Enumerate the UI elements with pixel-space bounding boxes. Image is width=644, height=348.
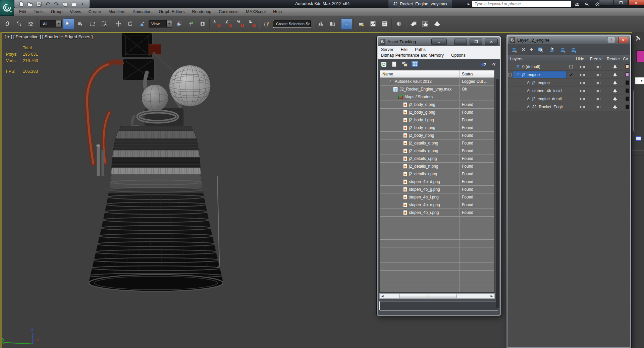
- at-menu-paths[interactable]: Paths: [415, 47, 426, 52]
- search-icon[interactable]: [573, 1, 581, 7]
- freeze-toggle[interactable]: [596, 74, 601, 76]
- table-row[interactable]: j2_details_g.pngFound: [380, 147, 494, 155]
- menu-tools[interactable]: Tools: [30, 8, 47, 15]
- unlink-selection-icon[interactable]: [13, 18, 24, 30]
- keyboard-shortcut-override-icon[interactable]: [197, 18, 208, 30]
- command-panel-dropdown[interactable]: ▼: [635, 77, 644, 84]
- hide-toggle[interactable]: [580, 82, 586, 84]
- new-layer-icon[interactable]: [511, 47, 517, 53]
- panel-small-icon[interactable]: [636, 136, 641, 141]
- scroll-left-icon[interactable]: ◀: [380, 294, 385, 298]
- select-by-name-icon[interactable]: [75, 18, 86, 30]
- dropdown-arrow-icon[interactable]: ▼: [166, 20, 172, 27]
- hide-toggle[interactable]: [580, 66, 586, 68]
- table-row[interactable]: stupen_4b_n.pngFound: [380, 201, 494, 209]
- project-folder-icon[interactable]: [61, 1, 69, 7]
- table-row[interactable]: j2_details_n.pngFound: [380, 163, 494, 170]
- set-current-layer-icon[interactable]: [549, 47, 555, 53]
- layer-table-header[interactable]: Layers Hide Freeze Render Co: [507, 55, 630, 63]
- object-color-swatch[interactable]: [636, 50, 644, 62]
- minimize-button[interactable]: –: [599, 0, 613, 6]
- column-layers[interactable]: Layers: [507, 57, 567, 61]
- vertical-scrollbar-track[interactable]: [496, 79, 499, 308]
- at-minimize-button[interactable]: –: [454, 39, 467, 45]
- new-file-icon[interactable]: [18, 1, 25, 7]
- table-row[interactable]: j2_body_d.pngFound: [380, 101, 494, 109]
- object-color-swatch[interactable]: [626, 89, 629, 93]
- at-menu-bitmap-performance[interactable]: Bitmap Performance and Memory: [381, 53, 444, 58]
- column-hide[interactable]: Hide: [576, 57, 590, 61]
- graphite-toolbox-icon[interactable]: [356, 18, 367, 30]
- renderable-teapot-icon[interactable]: [612, 97, 618, 101]
- column-freeze[interactable]: Freeze: [590, 57, 607, 61]
- select-and-rotate-icon[interactable]: [124, 18, 136, 30]
- select-object-button[interactable]: [63, 18, 74, 30]
- mirror-icon[interactable]: [315, 18, 326, 30]
- help-question-icon[interactable]: ?: [490, 61, 497, 67]
- object-color-swatch[interactable]: [626, 80, 629, 85]
- object-row[interactable]: j2_engine_detail: [507, 95, 630, 103]
- table-row[interactable]: j2_details_d.pngFound: [380, 139, 494, 147]
- table-row[interactable]: j2_body_g.pngFound: [380, 109, 494, 116]
- object-color-swatch[interactable]: [626, 97, 629, 101]
- hide-toggle[interactable]: [580, 90, 586, 92]
- table-row[interactable]: stupen_4b_d.pngFound: [380, 178, 494, 186]
- select-and-manipulate-icon[interactable]: [185, 18, 196, 30]
- delete-layer-icon[interactable]: ×: [522, 46, 525, 53]
- title-bar[interactable]: Autodesk 3ds Max 2012 x64 J2_Rocket_Engi…: [0, 0, 644, 8]
- dropdown-arrow-icon[interactable]: ▼: [310, 20, 311, 27]
- menu-rendering[interactable]: Rendering: [189, 8, 215, 15]
- utilities-hammer-icon[interactable]: [634, 34, 642, 43]
- table-row[interactable]: J2_Rocket_Engine_vray.max Ok: [380, 85, 494, 93]
- renderable-teapot-icon[interactable]: [612, 65, 618, 69]
- at-menu-server[interactable]: Server: [381, 47, 393, 52]
- percent-snap-toggle-icon[interactable]: %: [235, 18, 246, 30]
- current-layer-indicator[interactable]: [570, 65, 573, 68]
- select-objects-in-layer-icon[interactable]: [538, 47, 544, 53]
- rectangular-selection-region-icon[interactable]: [87, 18, 98, 30]
- layer-color-swatch[interactable]: [626, 72, 629, 77]
- refresh-icon[interactable]: [380, 61, 387, 67]
- table-row[interactable]: j2_details_i.pngFound: [380, 155, 494, 163]
- hide-toggle[interactable]: [580, 74, 586, 76]
- hide-toggle[interactable]: [580, 106, 586, 108]
- use-pivot-point-center-icon[interactable]: [173, 18, 184, 30]
- search-input[interactable]: [472, 1, 571, 7]
- qat-dropdown-icon[interactable]: ▾: [79, 1, 86, 7]
- column-name[interactable]: Name: [380, 72, 460, 76]
- collapse-expander-icon[interactable]: –: [508, 73, 512, 76]
- close-button[interactable]: ×: [629, 0, 644, 6]
- schematic-view-icon[interactable]: [379, 18, 390, 30]
- selection-filter-dropdown[interactable]: All▼: [40, 20, 62, 27]
- at-menu-file[interactable]: File: [401, 47, 408, 52]
- renderable-teapot-icon[interactable]: [612, 89, 618, 93]
- hide-toggle[interactable]: [580, 98, 586, 100]
- menu-views[interactable]: Views: [66, 8, 85, 15]
- horizontal-scrollbar[interactable]: ◀ ||| ▶: [379, 293, 495, 299]
- communication-center-icon[interactable]: [583, 1, 591, 7]
- table-row[interactable]: j2_details_r.pngFound: [380, 170, 494, 178]
- freeze-toggle[interactable]: [596, 106, 601, 108]
- at-maximize-button[interactable]: [470, 39, 482, 45]
- object-row[interactable]: stuben_4b_insid: [507, 87, 630, 95]
- scrollbar-thumb[interactable]: |||: [399, 294, 457, 298]
- menu-animation[interactable]: Animation: [129, 8, 155, 15]
- table-row[interactable]: stupen_4b_g.pngFound: [380, 186, 494, 193]
- menu-customize[interactable]: Customize: [215, 8, 242, 15]
- column-status[interactable]: Status: [460, 70, 494, 77]
- dropdown-arrow-icon[interactable]: ▼: [56, 20, 61, 27]
- select-and-link-icon[interactable]: [2, 18, 13, 30]
- angle-snap-toggle-icon[interactable]: ∠: [223, 18, 234, 30]
- hide-freeze-toggle-icon[interactable]: [570, 47, 577, 53]
- freeze-toggle[interactable]: [596, 98, 601, 100]
- save-file-icon[interactable]: [35, 1, 43, 7]
- menu-group[interactable]: Group: [47, 8, 66, 15]
- asset-tracking-title-bar[interactable]: Asset Tracking ↔ – ×: [378, 37, 500, 46]
- menu-maxscript[interactable]: MAXScript: [242, 8, 269, 15]
- object-color-swatch[interactable]: [626, 105, 629, 109]
- layer-color-swatch[interactable]: [626, 64, 629, 69]
- workspace-window-icon[interactable]: [70, 1, 77, 7]
- spinner-snap-toggle-icon[interactable]: ⇅: [247, 18, 258, 30]
- application-menu-button[interactable]: [0, 0, 14, 16]
- layer-row-selected[interactable]: – j2_engine ✓: [507, 71, 630, 79]
